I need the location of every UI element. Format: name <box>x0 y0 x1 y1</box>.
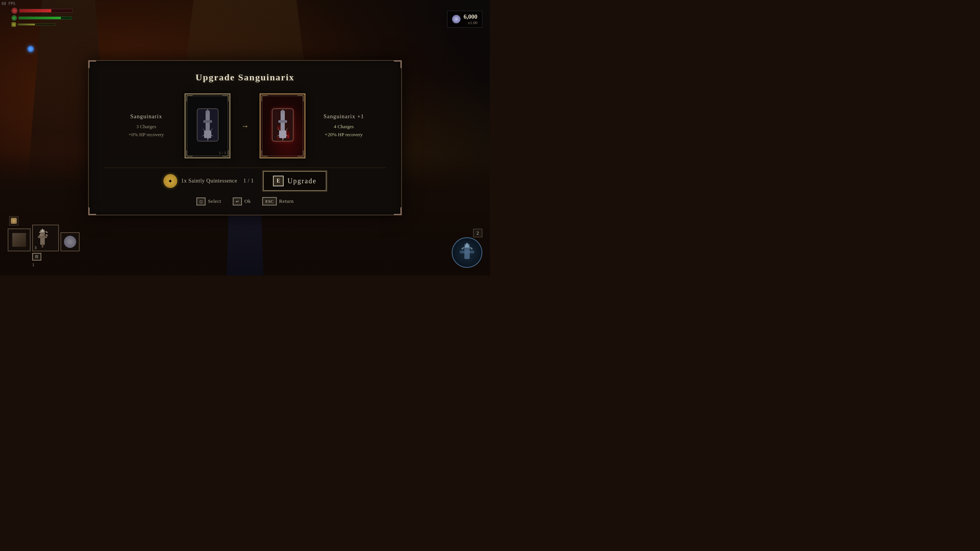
svg-rect-16 <box>204 130 211 138</box>
hud-bottom-left: 3 R 1 <box>8 225 80 268</box>
control-return: ESC Return <box>262 197 294 205</box>
upgrade-arrow: → <box>241 122 249 130</box>
material-info: ✦ 1x Saintly Quintessence 1 / 1 <box>163 174 254 188</box>
stamina-fill <box>19 17 61 19</box>
select-key-icon: ◻ <box>199 199 203 204</box>
svg-rect-11 <box>461 246 464 249</box>
svg-rect-1 <box>38 236 47 238</box>
current-item-card: 1 / 1 <box>185 93 230 158</box>
upgrade-button-label: Upgrade <box>287 177 317 185</box>
svg-rect-29 <box>279 130 286 138</box>
upgraded-item-stat2: +20% HP recovery <box>313 131 374 139</box>
soul-count: 6,000 <box>464 13 477 20</box>
main-weapon-icon <box>37 228 54 249</box>
item-key-badge: R <box>32 253 41 261</box>
card-vine-tr <box>222 95 229 101</box>
minimap-weapon <box>457 242 478 263</box>
svg-rect-35 <box>282 110 284 113</box>
svg-rect-9 <box>460 251 474 253</box>
control-ok: ↵ Ok <box>233 197 251 205</box>
item-slot-number: 1 <box>8 262 80 268</box>
third-bar <box>18 23 56 26</box>
current-weapon-svg <box>193 107 222 145</box>
modal-corner-tl <box>88 60 96 68</box>
stamina-bar-container <box>11 15 73 21</box>
ok-key-icon: ↵ <box>236 199 239 204</box>
minimap-container: 2 <box>452 237 482 268</box>
current-item-stat1: 3 Charges <box>116 123 177 131</box>
soul-info: 6,000 x1.00 <box>464 13 477 25</box>
modal-controls: ◻ Select ↵ Ok ESC Return <box>104 197 386 205</box>
material-text: 1x Saintly Quintessence 1 / 1 <box>181 178 254 184</box>
minimap-number: 2 <box>473 229 483 237</box>
modal-corner-br <box>394 207 402 215</box>
svg-point-36 <box>287 135 289 139</box>
item-key-row: R <box>8 253 80 261</box>
health-fill <box>20 9 51 12</box>
modal-lower: ✦ 1x Saintly Quintessence 1 / 1 E Upgrad… <box>104 168 386 191</box>
soul-multiplier: x1.00 <box>468 20 477 25</box>
modal-corner-bl <box>88 207 96 215</box>
upgraded-weapon-svg <box>268 107 297 145</box>
orb-item-icon <box>64 236 76 248</box>
health-bar-container <box>11 8 73 14</box>
third-fill <box>18 24 35 25</box>
select-label: Select <box>208 198 221 204</box>
upgrade-button[interactable]: E Upgrade <box>263 171 327 191</box>
current-item-name: Sanguinarix <box>116 113 177 120</box>
main-item-slot: 3 <box>32 225 59 251</box>
current-item-stat2: +0% HP recovery <box>116 131 177 139</box>
stamina-icon <box>11 15 17 21</box>
upgraded-item-name: Sanguinarix +1 <box>313 113 374 120</box>
current-item-info: Sanguinarix 3 Charges +0% HP recovery <box>116 113 177 139</box>
card-vine-bl <box>186 150 193 156</box>
modal-corner-tr <box>394 60 402 68</box>
upgraded-card-vine-bl <box>261 150 268 156</box>
modal-content: Sanguinarix 3 Charges +0% HP recovery <box>104 93 386 158</box>
ok-label: Ok <box>244 198 251 204</box>
upgraded-item-card <box>260 93 305 158</box>
return-key[interactable]: ESC <box>262 197 277 205</box>
third-bar-container <box>11 22 73 27</box>
hud-top-right: 6,000 x1.00 <box>447 11 482 28</box>
card-vine-tl <box>186 95 193 101</box>
health-bar <box>19 9 73 13</box>
svg-rect-5 <box>45 231 48 233</box>
ok-key[interactable]: ↵ <box>233 197 242 205</box>
soul-icon <box>452 15 461 23</box>
return-label: Return <box>279 198 294 204</box>
svg-point-37 <box>277 137 279 140</box>
item-row: 3 <box>8 225 80 251</box>
control-select: ◻ Select <box>196 197 221 205</box>
svg-rect-3 <box>42 244 43 248</box>
upgrade-modal: Upgrade Sanguinarix Sanguinarix 3 Charge… <box>88 60 402 215</box>
svg-rect-28 <box>278 120 287 123</box>
badge-inner <box>11 218 17 224</box>
modal-title: Upgrade Sanguinarix <box>104 72 386 83</box>
upgraded-item-stat1: 4 Charges <box>313 123 374 131</box>
hud-top-left <box>11 8 73 27</box>
svg-rect-12 <box>469 246 473 249</box>
secondary-item-icon <box>12 233 26 247</box>
blue-orb <box>28 46 34 52</box>
select-key[interactable]: ◻ <box>196 197 206 205</box>
material-icon: ✦ <box>163 174 177 188</box>
tertiary-item-slot <box>60 232 80 251</box>
hud-bottom-right: 2 <box>452 237 482 268</box>
page-indicator: 1 / 1 <box>219 150 226 155</box>
upgraded-card-vine-tr <box>297 95 304 101</box>
svg-rect-15 <box>203 120 212 123</box>
upgraded-card-vine-br <box>297 150 304 156</box>
fps-counter: 60 FPS <box>2 2 15 6</box>
third-bar-icon <box>11 22 16 27</box>
svg-rect-7 <box>45 234 48 236</box>
secondary-item-slot <box>8 228 31 251</box>
upgraded-item-info: Sanguinarix +1 4 Charges +20% HP recover… <box>313 113 374 139</box>
stamina-bar <box>18 16 72 20</box>
return-key-text: ESC <box>265 199 274 204</box>
health-icon <box>11 8 18 14</box>
item-count: 3 <box>34 245 37 250</box>
upgraded-card-vine-tl <box>261 95 268 101</box>
badge-icon <box>9 216 18 225</box>
upgrade-key-badge: E <box>273 176 284 186</box>
